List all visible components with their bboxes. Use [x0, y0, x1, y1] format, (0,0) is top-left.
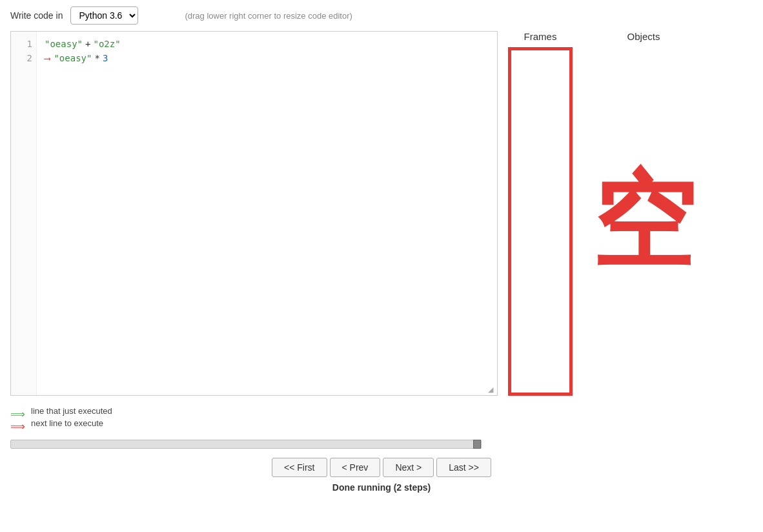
- frames-header: Frames: [524, 31, 557, 42]
- code-editor[interactable]: 1 2 "oeasy"+"o2z" ⟶ "oeasy"*3 ◢: [10, 31, 498, 396]
- navigation-controls: << First < Prev Next > Last >>: [0, 458, 763, 477]
- red-legend-arrow-icon: [10, 420, 26, 427]
- viz-panel: Frames Objects 空: [498, 31, 763, 396]
- language-select[interactable]: Python 3.6 Python 2.7 JavaScript: [70, 6, 138, 25]
- objects-column: Objects 空: [592, 31, 695, 396]
- write-code-label: Write code in: [10, 10, 63, 21]
- code-content[interactable]: "oeasy"+"o2z" ⟶ "oeasy"*3: [37, 32, 497, 395]
- code-line-2-str1: "oeasy": [54, 51, 92, 65]
- drag-hint: (drag lower right corner to resize code …: [185, 11, 352, 21]
- code-line-1-op: +: [85, 37, 90, 51]
- step-slider[interactable]: [10, 440, 482, 449]
- empty-symbol: 空: [592, 170, 695, 273]
- code-line-2: ⟶ "oeasy"*3: [45, 51, 489, 65]
- resize-handle[interactable]: ◢: [488, 386, 496, 394]
- code-line-1-str1: "oeasy": [45, 37, 83, 51]
- legend-green: line that just executed: [10, 406, 753, 416]
- last-button[interactable]: Last >>: [436, 458, 491, 477]
- legend-green-label: line that just executed: [31, 406, 112, 416]
- line-number-2: 2: [15, 51, 32, 65]
- status-text: Done running (2 steps): [0, 482, 763, 493]
- slider-container: [10, 440, 753, 451]
- prev-button[interactable]: < Prev: [330, 458, 381, 477]
- legend-red: next line to execute: [10, 418, 753, 428]
- frames-box: [508, 47, 573, 396]
- line-number-1: 1: [15, 37, 32, 51]
- objects-header: Objects: [627, 31, 660, 42]
- code-line-2-num: 3: [103, 51, 108, 65]
- code-line-2-op: *: [94, 51, 99, 65]
- next-button[interactable]: Next >: [383, 458, 434, 477]
- code-line-1-str2: "o2z": [93, 37, 120, 51]
- objects-area: 空: [592, 47, 695, 396]
- top-bar: Write code in Python 3.6 Python 2.7 Java…: [0, 0, 763, 31]
- green-arrow-icon: [10, 408, 26, 414]
- code-line-1: "oeasy"+"o2z": [45, 37, 489, 51]
- red-arrow-icon: ⟶: [45, 51, 50, 65]
- main-layout: 1 2 "oeasy"+"o2z" ⟶ "oeasy"*3 ◢ Frames: [0, 31, 763, 396]
- first-button[interactable]: << First: [272, 458, 327, 477]
- frames-column: Frames: [508, 31, 573, 396]
- line-numbers: 1 2: [11, 32, 37, 395]
- legend-red-label: next line to execute: [31, 418, 103, 428]
- legend: line that just executed next line to exe…: [0, 400, 763, 437]
